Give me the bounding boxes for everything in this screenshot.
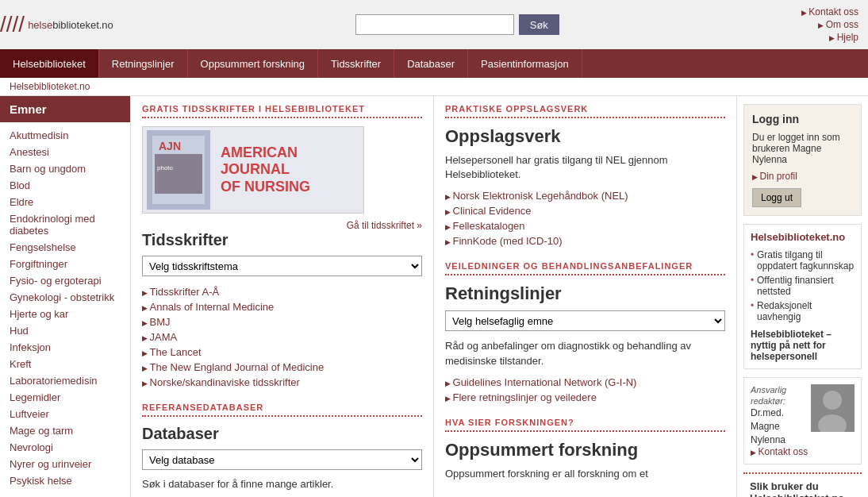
nav-databaser[interactable]: Databaser: [394, 49, 468, 78]
info-desc: Helsebiblioteket – nyttig på nett for he…: [751, 329, 855, 362]
sidebar-item-akuttmedisin[interactable]: Akuttmedisin: [0, 127, 130, 144]
sidebar-item-blod[interactable]: Blod: [0, 177, 130, 194]
login-status: Du er logget inn som brukeren Magne Nyle…: [752, 132, 853, 165]
journal-link-annals[interactable]: Annals of Internal Medicine: [150, 301, 275, 313]
om-link[interactable]: Om oss: [818, 19, 858, 30]
logo-bars-icon: ////: [0, 12, 25, 37]
sidebar-item-gynekologi[interactable]: Gynekologi - obstetrikk: [0, 289, 130, 306]
login-title: Logg inn: [752, 113, 853, 125]
list-item: The New England Journal of Medicine: [142, 360, 422, 375]
nav-oppsummert[interactable]: Oppsummert forskning: [188, 49, 319, 78]
journal-link-bmj[interactable]: BMJ: [150, 316, 171, 328]
logo-area: ////helsebiblioteket.no: [0, 12, 113, 37]
sidebar-item-mage[interactable]: Mage og tarm: [0, 422, 130, 439]
journal-link-jama[interactable]: JAMA: [150, 331, 178, 343]
sidebar-item-hud[interactable]: Hud: [0, 322, 130, 339]
hjelp-link[interactable]: Hjelp: [829, 32, 858, 43]
main-content: Emner Akuttmedisin Anestesi Barn og ungd…: [0, 96, 868, 497]
nav-retningslinjer[interactable]: Retningslinjer: [99, 49, 188, 78]
list-item: Legemidler: [0, 389, 130, 406]
oppslagsverk-link-list: Norsk Elektronisk Legehåndbok (NEL) Clin…: [445, 188, 725, 248]
list-item: Tidsskrifter A-Å: [142, 284, 422, 299]
list-item: Mage og tarm: [0, 422, 130, 439]
sidebar-item-barn[interactable]: Barn og ungdom: [0, 160, 130, 177]
editor-box: Ansvarlig redaktør: Dr.med. Magne Nylenn…: [743, 377, 862, 464]
main-nav: Helsebiblioteket Retningslinjer Oppsumme…: [0, 49, 868, 78]
sidebar-item-endo[interactable]: Endokrinologi med diabetes: [0, 210, 130, 239]
tidsskrifter-dropdown[interactable]: Velg tidsskriftstema: [142, 256, 422, 276]
retningslinjer-flere[interactable]: Flere retningslinjer og veiledere: [453, 391, 597, 403]
sidebar-item-legemidler[interactable]: Legemidler: [0, 389, 130, 406]
oppslagsverk-felleskat[interactable]: Felleskatalogen: [453, 220, 525, 232]
sidebar-item-anestesi[interactable]: Anestesi: [0, 144, 130, 160]
editor-kontakt-link[interactable]: Kontakt oss: [751, 446, 808, 457]
journal-link-list: Tidsskrifter A-Å Annals of Internal Medi…: [142, 284, 422, 390]
search-button[interactable]: Søk: [519, 14, 559, 35]
sidebar-item-kreft[interactable]: Kreft: [0, 356, 130, 372]
list-item: Kreft: [0, 356, 130, 372]
list-item: Luftveier: [0, 406, 130, 422]
info-list: Gratis tilgang til oppdatert fagkunnskap…: [751, 248, 855, 324]
info-title: Helsebiblioteket.no: [751, 231, 855, 243]
sidebar-item-eldre[interactable]: Eldre: [0, 194, 130, 210]
sidebar-item-forgift[interactable]: Forgiftninger: [0, 256, 130, 272]
login-box: Logg inn Du er logget inn som brukeren M…: [743, 104, 862, 216]
journal-name-line2: OF NURSING: [221, 179, 310, 195]
sidebar-item-hjerte[interactable]: Hjerte og kar: [0, 306, 130, 322]
sidebar-item-psykisk[interactable]: Psykisk helse: [0, 472, 130, 489]
oppslagsverk-nel[interactable]: Norsk Elektronisk Legehåndbok (NEL): [453, 190, 628, 202]
nav-tidsskrifter[interactable]: Tidsskrifter: [318, 49, 394, 78]
list-item: Barn og ungdom: [0, 160, 130, 177]
oppslagsverk-desc: Helsepersonell har gratis tilgang til NE…: [445, 153, 725, 182]
sidebar-list: Akuttmedisin Anestesi Barn og ungdom Blo…: [0, 122, 130, 494]
logout-button[interactable]: Logg ut: [752, 188, 801, 207]
svg-text:photo: photo: [157, 164, 174, 171]
svg-text:AJN: AJN: [159, 140, 181, 152]
breadcrumb-link[interactable]: Helsebiblioteket.no: [10, 81, 90, 92]
sidebar-item-nevrologi[interactable]: Nevrologi: [0, 439, 130, 456]
middle-content: PRAKTISKE OPPSLAGSVERK Oppslagsverk Hels…: [434, 96, 737, 497]
list-item: Fysio- og ergoterapi: [0, 272, 130, 289]
kontakt-link[interactable]: Kontakt oss: [801, 6, 858, 17]
journal-link-aa[interactable]: Tidsskrifter A-Å: [150, 286, 220, 298]
retningslinjer-dropdown[interactable]: Velg helsefaglig emne: [445, 310, 725, 331]
journal-name-line1: AMERICAN JOURNAL: [221, 144, 298, 178]
forskning-desc: Oppsummert forskning er all forskning om…: [445, 467, 725, 481]
list-item: Nyrer og urinveier: [0, 456, 130, 472]
sidebar-item-fysio[interactable]: Fysio- og ergoterapi: [0, 272, 130, 289]
tidsskrifter-title: Tidsskrifter: [142, 231, 422, 249]
journal-link-nejm[interactable]: The New England Journal of Medicine: [150, 361, 325, 373]
nav-pasient[interactable]: Pasientinformasjon: [468, 49, 582, 78]
nav-helsebiblioteket[interactable]: Helsebiblioteket: [0, 49, 99, 78]
journal-image[interactable]: AJN photo AMERICAN JOURNAL OF NURSING: [142, 126, 364, 214]
slik-box: Slik bruker du Helsebiblioteket.no: [743, 472, 862, 497]
journal-thumbnail: AJN photo: [147, 130, 210, 210]
slik-title: Slik bruker du Helsebiblioteket.no: [750, 480, 844, 497]
sidebar-item-lab[interactable]: Laboratoriemedisin: [0, 372, 130, 389]
list-item: Anestesi: [0, 144, 130, 160]
journal-link-lancet[interactable]: The Lancet: [150, 346, 202, 358]
retningslinjer-section-header: VEILEDNINGER OG BEHANDLINGSANBEFALINGER: [445, 261, 725, 275]
journal-link-norske[interactable]: Norske/skandinaviske tidsskrifter: [150, 376, 300, 388]
search-area: Søk: [355, 14, 559, 35]
breadcrumb: Helsebiblioteket.no: [0, 78, 868, 96]
retningslinjer-gin[interactable]: Guidelines International Network (G-I-N): [453, 376, 637, 388]
oppslagsverk-section-header: PRAKTISKE OPPSLAGSVERK: [445, 104, 725, 118]
list-item: Guidelines International Network (G-I-N): [445, 375, 725, 390]
sidebar-item-nyrer[interactable]: Nyrer og urinveier: [0, 456, 130, 472]
gratis-section-header: GRATIS TIDSSKRIFTER I HELSEBIBLIOTEKET: [142, 104, 422, 118]
journal-goto-link[interactable]: Gå til tidsskriftet »: [142, 220, 422, 231]
oppslagsverk-clinical[interactable]: Clinical Evidence: [453, 205, 532, 217]
right-panel: Logg inn Du er logget inn som brukeren M…: [737, 96, 868, 497]
oppslagsverk-finnkode[interactable]: FinnKode (med ICD-10): [453, 235, 563, 247]
list-item: Felleskatalogen: [445, 218, 725, 233]
sidebar-item-fengsel[interactable]: Fengselshelse: [0, 239, 130, 256]
sidebar-item-luftveier[interactable]: Luftveier: [0, 406, 130, 422]
list-item: Gynekologi - obstetrikk: [0, 289, 130, 306]
sidebar-item-infeksjon[interactable]: Infeksjon: [0, 339, 130, 356]
list-item: BMJ: [142, 314, 422, 329]
databaser-dropdown[interactable]: Velg database: [142, 449, 422, 470]
list-item: Fengselshelse: [0, 239, 130, 256]
login-profile-link[interactable]: Din profil: [752, 171, 797, 182]
search-input[interactable]: [355, 14, 514, 35]
